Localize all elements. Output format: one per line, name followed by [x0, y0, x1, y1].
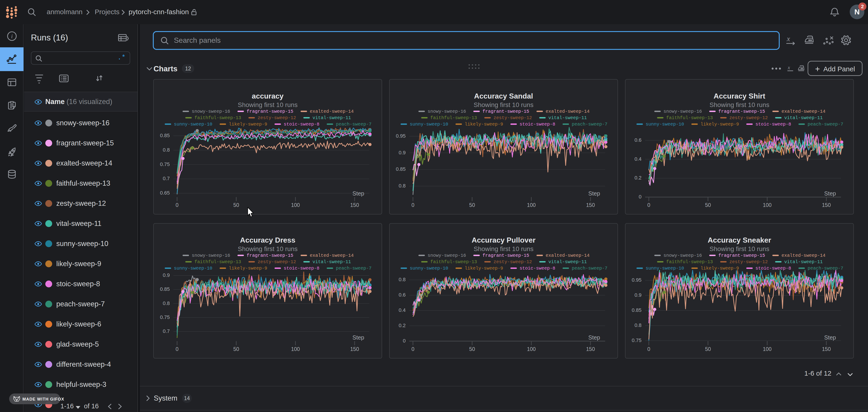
svg-text:x: x: [787, 65, 790, 70]
svg-text:i: i: [11, 33, 12, 39]
svg-text:x: x: [786, 35, 790, 43]
